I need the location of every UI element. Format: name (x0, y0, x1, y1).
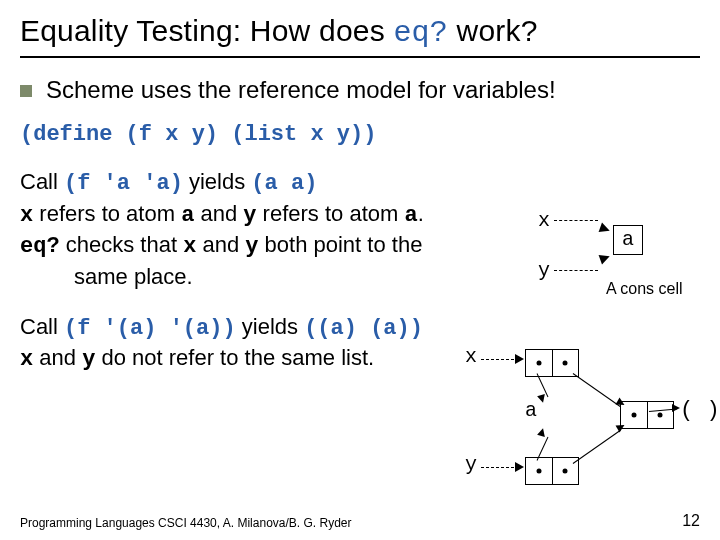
arrow-icon (672, 404, 680, 412)
slide-title: Equality Testing: How does eq? work? (20, 14, 700, 58)
call1-dot: . (418, 201, 424, 226)
arrow-icon (515, 354, 524, 364)
call1-mid1: yields (183, 169, 251, 194)
title-prefix: Equality Testing: How does (20, 14, 393, 47)
arrow-icon (537, 427, 547, 437)
d2-dash-x (481, 359, 519, 360)
call1-a1: a (181, 203, 194, 228)
call2-t1: and (33, 345, 82, 370)
cons-cell-3 (620, 401, 674, 429)
call2-x: x (20, 347, 33, 372)
call1-t4: checks that (60, 232, 184, 257)
call1-x: x (20, 203, 33, 228)
d1-dash-x (554, 220, 598, 221)
d2-x-label: x (465, 345, 477, 368)
diagram-1: x y a A cons cell (538, 205, 718, 325)
call1-code2: (a a) (251, 171, 317, 196)
call1-t6: both point to the (258, 232, 422, 257)
call1-line4: same place. (20, 264, 193, 289)
define-code: (define (f x y) (list x y)) (20, 122, 700, 147)
bullet-1-text: Scheme uses the reference model for vari… (46, 76, 556, 104)
arrow-icon (599, 252, 612, 265)
call2-prefix: Call (20, 314, 64, 339)
square-bullet-icon (20, 85, 32, 97)
title-eq-code: eq? (393, 16, 448, 50)
arrow-icon (537, 394, 547, 404)
pointer-line (573, 373, 621, 407)
cons-cell-2 (525, 457, 579, 485)
diagram-2: x y a ( ) (465, 345, 720, 515)
bullet-1: Scheme uses the reference model for vari… (20, 76, 700, 104)
call-2-block: Call (f '(a) '(a)) yields ((a) (a)) x an… (20, 312, 440, 375)
d2-atom-a: a (525, 399, 537, 422)
d1-x-label: x (538, 209, 550, 232)
slide: Equality Testing: How does eq? work? Sch… (0, 0, 720, 540)
call2-y: y (82, 347, 95, 372)
call1-t5: and (196, 232, 245, 257)
arrow-icon (599, 223, 612, 236)
call1-code1: (f 'a 'a) (64, 171, 183, 196)
call2-t2: do not refer to the same list. (95, 345, 374, 370)
d2-empty-list: ( ) (680, 398, 720, 423)
call1-t3: refers to atom (257, 201, 405, 226)
d1-dash-y (554, 270, 598, 271)
call1-prefix: Call (20, 169, 64, 194)
d2-dash-y (481, 467, 519, 468)
call1-t1: refers to atom (33, 201, 181, 226)
d2-y-label: y (465, 453, 477, 476)
call1-t2: and (194, 201, 243, 226)
call2-mid1: yields (236, 314, 304, 339)
call1-y2: y (245, 234, 258, 259)
call1-x2: x (183, 234, 196, 259)
call-1-block: Call (f 'a 'a) yields (a a) x refers to … (20, 167, 500, 292)
call1-a2: a (404, 203, 417, 228)
call1-eq: eq? (20, 234, 60, 259)
title-suffix: work? (448, 14, 538, 47)
call1-y: y (243, 203, 256, 228)
call2-code2: ((a) (a)) (304, 316, 423, 341)
d1-atom-box: a (613, 225, 643, 255)
call2-code1: (f '(a) '(a)) (64, 316, 236, 341)
footer-text: Programming Languages CSCI 4430, A. Mila… (20, 516, 352, 530)
d1-caption: A cons cell (606, 280, 682, 298)
cons-cell-1 (525, 349, 579, 377)
page-number: 12 (682, 512, 700, 530)
pointer-line (573, 430, 621, 464)
d1-y-label: y (538, 259, 550, 282)
arrow-icon (515, 462, 524, 472)
